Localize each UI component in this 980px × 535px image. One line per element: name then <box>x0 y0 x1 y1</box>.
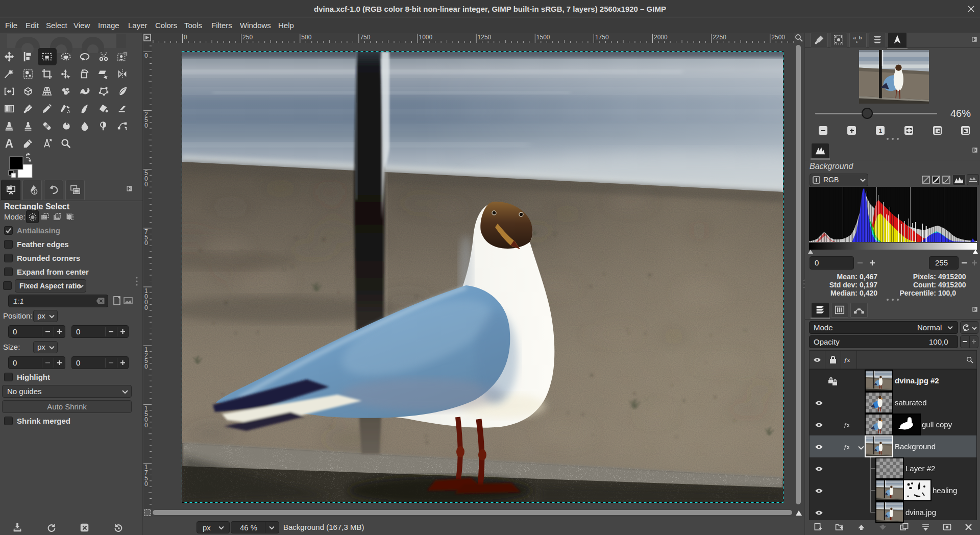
svg-text:1750: 1750 <box>595 34 609 41</box>
svg-text:1000: 1000 <box>419 34 433 41</box>
svg-text:500: 500 <box>301 34 311 41</box>
svg-text:0: 0 <box>144 122 148 129</box>
svg-text:0: 0 <box>144 363 148 370</box>
svg-text:0: 0 <box>144 181 148 188</box>
svg-text:x: x <box>847 358 850 363</box>
svg-text:1250: 1250 <box>478 34 492 41</box>
svg-text:0: 0 <box>184 34 187 41</box>
svg-text:x: x <box>847 423 850 428</box>
svg-text:0: 0 <box>144 52 148 59</box>
svg-text:c: c <box>856 39 858 44</box>
svg-text:0: 0 <box>144 422 148 429</box>
svg-text:1500: 1500 <box>536 34 550 41</box>
svg-text:f: f <box>844 357 847 363</box>
svg-text:250: 250 <box>242 34 253 41</box>
svg-text:2250: 2250 <box>713 34 726 41</box>
svg-text:f: f <box>844 444 847 450</box>
svg-text:0: 0 <box>144 239 148 247</box>
svg-text:1: 1 <box>879 128 882 134</box>
svg-text:0: 0 <box>144 304 148 311</box>
svg-text:2500: 2500 <box>771 34 785 41</box>
svg-text:x: x <box>847 445 850 450</box>
svg-text:f: f <box>844 422 847 428</box>
svg-text:2000: 2000 <box>654 34 668 41</box>
svg-text:750: 750 <box>360 34 370 41</box>
svg-text:0: 0 <box>144 480 148 488</box>
svg-text:b: b <box>859 35 862 40</box>
